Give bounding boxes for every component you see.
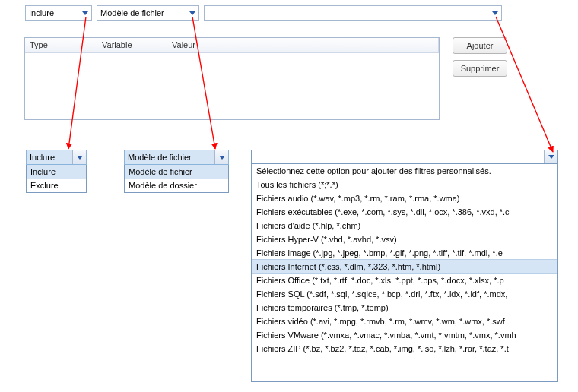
col-valeur: Valeur — [167, 38, 439, 52]
filter-option[interactable]: Fichiers image (*.jpg, *.jpeg, *.bmp, *.… — [252, 246, 557, 260]
filter-option[interactable]: Fichiers ZIP (*.bz, *.bz2, *.taz, *.cab,… — [252, 342, 557, 356]
filter-option[interactable]: Tous les fichiers (*;*.*) — [252, 178, 557, 191]
add-button[interactable]: Ajouter — [453, 37, 507, 54]
filter-combo[interactable] — [204, 5, 502, 21]
filter-option[interactable]: Fichiers vidéo (*.avi, *.mpg, *.rmvb, *.… — [252, 315, 557, 328]
remove-button[interactable]: Supprimer — [453, 60, 507, 77]
filter-option[interactable]: Fichiers exécutables (*.exe, *.com, *.sy… — [252, 205, 557, 219]
filter-listbox-header[interactable] — [252, 150, 557, 164]
dropdown-arrow-icon — [79, 6, 91, 20]
filter-option[interactable]: Sélectionnez cette option pour ajouter d… — [252, 164, 557, 178]
type-dropdown-open[interactable]: Inclure Inclure Exclure — [26, 150, 87, 193]
remove-button-label: Supprimer — [461, 64, 500, 73]
type-dropdown-selected-label: Inclure — [30, 153, 55, 162]
model-combo-value: Modèle de fichier — [100, 8, 164, 17]
type-dropdown-selected[interactable]: Inclure — [26, 150, 87, 165]
filter-option[interactable]: Fichiers VMware (*.vmxa, *.vmac, *.vmba,… — [252, 328, 557, 342]
filters-table[interactable]: Type Variable Valeur — [24, 37, 440, 120]
model-combo[interactable]: Modèle de fichier — [97, 5, 199, 21]
filter-listbox-body: Sélectionnez cette option pour ajouter d… — [252, 164, 557, 356]
filter-option[interactable]: Fichiers d'aide (*.hlp, *.chm) — [252, 219, 557, 232]
filter-option[interactable]: Fichiers Hyper-V (*.vhd, *.avhd, *.vsv) — [252, 232, 557, 246]
filter-option[interactable]: Fichiers SQL (*.sdf, *.sql, *.sqlce, *.b… — [252, 287, 557, 301]
dropdown-arrow-icon — [544, 150, 557, 163]
add-button-label: Ajouter — [467, 41, 494, 50]
type-option-exclure[interactable]: Exclure — [27, 179, 86, 192]
model-option-fichier[interactable]: Modèle de fichier — [125, 164, 228, 179]
filter-listbox[interactable]: Sélectionnez cette option pour ajouter d… — [251, 150, 558, 382]
filter-option[interactable]: Fichiers Internet (*.css, *.dlm, *.323, … — [252, 259, 557, 274]
filter-option[interactable]: Fichiers temporaires (*.tmp, *.temp) — [252, 301, 557, 315]
filter-option[interactable]: Fichiers Office (*.txt, *.rtf, *.doc, *.… — [252, 273, 557, 287]
type-combo[interactable]: Inclure — [25, 5, 92, 21]
model-dropdown-open[interactable]: Modèle de fichier Modèle de fichier Modè… — [124, 150, 229, 193]
dropdown-arrow-icon — [72, 150, 86, 164]
dropdown-arrow-icon — [186, 6, 198, 20]
model-option-dossier[interactable]: Modèle de dossier — [125, 179, 228, 192]
dropdown-arrow-icon — [214, 150, 228, 164]
model-dropdown-selected-label: Modèle de fichier — [128, 153, 192, 162]
col-variable: Variable — [97, 38, 167, 52]
filter-option[interactable]: Fichiers audio (*.wav, *.mp3, *.rm, *.ra… — [252, 191, 557, 205]
table-header: Type Variable Valeur — [25, 38, 439, 53]
type-combo-value: Inclure — [29, 8, 54, 17]
dropdown-arrow-icon — [489, 6, 501, 20]
col-type: Type — [25, 38, 97, 52]
model-dropdown-selected[interactable]: Modèle de fichier — [124, 150, 229, 165]
type-option-inclure[interactable]: Inclure — [27, 164, 86, 179]
